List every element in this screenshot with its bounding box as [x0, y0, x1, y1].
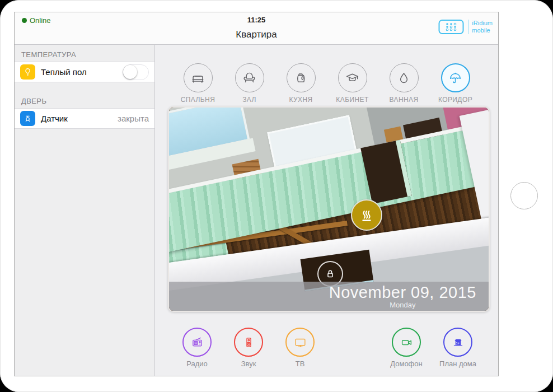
- action-label: Домофон: [390, 360, 422, 368]
- heated-floor-row: Теплый пол: [15, 62, 154, 82]
- heated-floor-button[interactable]: [351, 199, 382, 231]
- door-sensor-row[interactable]: Датчик закрыта: [15, 108, 154, 129]
- room-label: ВАННАЯ: [389, 96, 418, 104]
- house-plan-button[interactable]: План дома: [432, 328, 484, 368]
- media-actions-group: Радио Звук: [171, 328, 326, 368]
- logo-line1: iRidium: [472, 20, 493, 27]
- iridium-logo: iRidium mobile: [438, 19, 493, 35]
- iridium-logo-text: iRidium mobile: [468, 20, 493, 34]
- ipad-device-frame: Online 11:25 Квартира iRidium mobile ТЕМ…: [0, 0, 553, 392]
- sidebar: ТЕМПЕРАТУРА Теплый пол ДВЕРЬ: [15, 45, 155, 376]
- room-tab-livingroom[interactable]: ЗАЛ: [224, 63, 275, 104]
- bottom-actions: Радио Звук: [155, 328, 498, 376]
- bed-icon: [184, 63, 213, 92]
- house-plan-icon: [443, 328, 472, 357]
- padlock-icon: [324, 267, 337, 281]
- room-label: ЗАЛ: [242, 96, 256, 104]
- action-label: План дома: [439, 360, 476, 368]
- page-title: Квартира: [15, 29, 498, 40]
- app-screen: Online 11:25 Квартира iRidium mobile ТЕМ…: [14, 12, 499, 376]
- action-label: Звук: [241, 360, 256, 368]
- action-label: Радио: [186, 360, 208, 368]
- room-tab-kitchen[interactable]: КУХНЯ: [275, 63, 327, 104]
- radio-button[interactable]: Радио: [171, 328, 223, 368]
- sidebar-spacer: [15, 82, 154, 91]
- door-sensor-value: закрыта: [118, 114, 149, 123]
- date-block: November 09, 2015 Monday: [329, 283, 476, 309]
- tv-button[interactable]: ТВ: [274, 328, 326, 368]
- home-actions-group: Домофон План дома: [381, 328, 484, 368]
- kettle-icon: [287, 63, 316, 92]
- heated-floor-toggle[interactable]: [123, 64, 149, 80]
- door-sensor-icon: [20, 111, 35, 126]
- floorplan-3d-view[interactable]: November 09, 2015 Monday: [168, 106, 490, 312]
- tv-icon: [285, 328, 315, 357]
- toggle-knob: [123, 65, 137, 79]
- main-content: СПАЛЬНЯ ЗАЛ: [155, 45, 498, 376]
- room-label: СПАЛЬНЯ: [181, 96, 215, 104]
- logo-line2: mobile: [472, 27, 493, 34]
- light-bulb-icon: [20, 64, 35, 80]
- date-text: November 09, 2015: [329, 283, 476, 302]
- room-selector: СПАЛЬНЯ ЗАЛ: [155, 63, 498, 104]
- action-label: ТВ: [296, 360, 305, 368]
- home-button[interactable]: [510, 182, 538, 209]
- header-bar: Online 11:25 Квартира iRidium mobile: [15, 12, 498, 45]
- room-label: КУХНЯ: [289, 96, 312, 104]
- speaker-icon: [234, 328, 263, 357]
- door-sensor-label: Датчик: [41, 114, 68, 123]
- room-tab-bathroom[interactable]: ВАННАЯ: [378, 63, 430, 104]
- room-label: КАБИНЕТ: [336, 96, 368, 104]
- heated-floor-label: Теплый пол: [41, 67, 87, 77]
- room-label: КОРИДОР: [438, 96, 472, 104]
- iridium-dots-badge-icon: [438, 19, 464, 35]
- clock: 11:25: [15, 16, 498, 24]
- heat-waves-icon: [358, 207, 375, 223]
- water-drop-icon: [390, 63, 419, 92]
- room-tab-office[interactable]: КАБИНЕТ: [327, 63, 378, 104]
- room-tab-corridor[interactable]: КОРИДОР: [430, 63, 481, 104]
- sidebar-section-door: ДВЕРЬ: [15, 91, 154, 108]
- radio-icon: [182, 328, 212, 357]
- intercom-button[interactable]: Домофон: [381, 328, 432, 368]
- armchair-icon: [235, 63, 264, 92]
- date-overlay: November 09, 2015 Monday: [169, 282, 489, 311]
- weekday-text: Monday: [329, 301, 476, 309]
- video-camera-icon: [392, 328, 421, 357]
- room-tab-bedroom[interactable]: СПАЛЬНЯ: [172, 63, 224, 104]
- graduation-cap-icon: [338, 63, 367, 92]
- sound-button[interactable]: Звук: [223, 328, 274, 368]
- umbrella-icon: [441, 63, 470, 92]
- sidebar-section-temperature: ТЕМПЕРАТУРА: [15, 45, 154, 62]
